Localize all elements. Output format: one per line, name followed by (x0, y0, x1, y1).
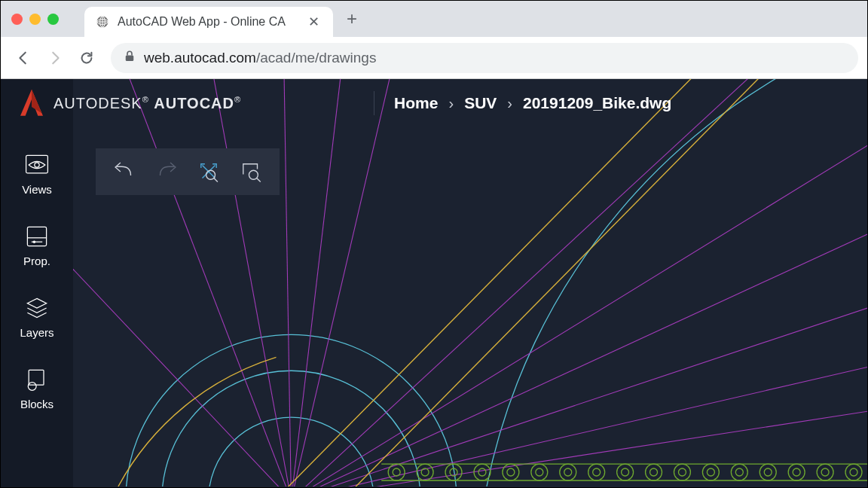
sidebar-item-views[interactable]: Views (1, 138, 73, 209)
window-close-button[interactable] (11, 14, 23, 25)
svg-point-31 (388, 464, 405, 480)
svg-rect-3 (126, 55, 134, 61)
new-tab-button[interactable]: + (333, 8, 371, 29)
svg-line-26 (291, 79, 780, 486)
brand-logo[interactable]: AUTODESK® AUTOCAD® (19, 88, 241, 118)
breadcrumb-file[interactable]: 20191209_Bike.dwg (523, 94, 671, 112)
svg-point-50 (650, 468, 658, 476)
sidebar-item-label: Prop. (23, 255, 50, 267)
window-minimize-button[interactable] (29, 14, 41, 25)
svg-point-58 (764, 468, 772, 476)
eye-icon (23, 151, 50, 178)
blocks-icon (23, 366, 50, 393)
svg-point-13 (162, 371, 420, 486)
svg-point-11 (28, 383, 36, 391)
svg-point-59 (788, 464, 805, 480)
svg-point-38 (478, 468, 486, 476)
breadcrumb: Home › SUV › 20191209_Bike.dwg (394, 94, 671, 112)
svg-point-9 (33, 240, 36, 243)
svg-point-44 (564, 468, 572, 476)
svg-point-62 (821, 468, 829, 476)
svg-point-37 (474, 464, 491, 480)
forward-button[interactable] (41, 44, 69, 72)
svg-point-47 (617, 464, 634, 480)
undo-button[interactable] (105, 152, 144, 191)
svg-line-24 (291, 230, 867, 486)
breadcrumb-folder[interactable]: SUV (464, 94, 497, 112)
view-toolbar (96, 148, 280, 195)
svg-point-53 (702, 464, 719, 480)
svg-point-5 (35, 163, 39, 167)
svg-point-67 (249, 170, 258, 179)
svg-line-27 (201, 79, 750, 486)
lock-icon (123, 50, 136, 66)
drawing-canvas[interactable] (73, 79, 867, 487)
layers-icon (23, 294, 50, 322)
svg-point-49 (646, 464, 662, 480)
zoom-extents-icon (196, 159, 222, 185)
autocad-app: AUTODESK® AUTOCAD® Home › SUV › 20191209… (1, 79, 867, 487)
window-controls (1, 14, 69, 25)
sidebar-item-layers[interactable]: Layers (1, 281, 73, 352)
undo-icon (112, 159, 137, 185)
zoom-extents-button[interactable] (189, 152, 228, 191)
svg-line-19 (291, 79, 344, 486)
reload-button[interactable] (73, 44, 100, 72)
svg-point-54 (707, 468, 714, 476)
browser-tab-strip: AutoCAD Web App - Online CA ✕ + (1, 1, 867, 37)
redo-button[interactable] (147, 152, 186, 191)
chevron-right-icon: › (448, 95, 454, 112)
svg-line-16 (118, 79, 292, 486)
svg-point-34 (421, 468, 429, 476)
header-divider (374, 91, 374, 115)
left-sidebar: Views Prop. Layers Blocks (1, 79, 73, 487)
sidebar-item-label: Blocks (20, 398, 53, 410)
svg-point-61 (817, 464, 833, 480)
svg-line-22 (291, 364, 867, 486)
sidebar-item-label: Layers (20, 326, 53, 339)
svg-point-43 (560, 464, 576, 480)
svg-point-32 (393, 468, 400, 476)
svg-point-51 (674, 464, 690, 480)
svg-point-56 (735, 468, 743, 476)
properties-icon (23, 223, 50, 250)
svg-point-45 (588, 464, 605, 480)
svg-point-64 (850, 468, 857, 476)
svg-point-41 (531, 464, 548, 480)
window-maximize-button[interactable] (47, 14, 59, 25)
svg-point-46 (593, 468, 601, 476)
zoom-window-button[interactable] (231, 152, 270, 191)
svg-point-60 (793, 468, 800, 476)
svg-point-52 (678, 468, 686, 476)
cad-drawing (73, 79, 867, 486)
redo-icon (154, 159, 179, 185)
svg-point-48 (622, 468, 629, 476)
svg-line-21 (291, 410, 867, 486)
svg-line-68 (257, 178, 261, 182)
svg-rect-6 (27, 227, 46, 246)
autocad-logo-icon (19, 88, 44, 118)
sidebar-item-blocks[interactable]: Blocks (1, 352, 73, 424)
svg-point-57 (760, 464, 776, 480)
svg-line-20 (291, 79, 396, 486)
app-header: AUTODESK® AUTOCAD® Home › SUV › 20191209… (1, 79, 867, 127)
svg-point-33 (417, 464, 433, 480)
tab-close-icon[interactable]: ✕ (305, 14, 322, 30)
browser-tab[interactable]: AutoCAD Web App - Online CA ✕ (84, 7, 333, 37)
breadcrumb-home[interactable]: Home (394, 94, 438, 112)
sidebar-item-label: Views (22, 183, 52, 196)
svg-line-18 (283, 79, 291, 486)
brand-text: AUTODESK® AUTOCAD® (53, 95, 241, 112)
globe-icon (95, 14, 110, 29)
chevron-right-icon: › (507, 95, 512, 112)
url-text: web.autocad.com/acad/me/drawings (144, 50, 376, 66)
svg-line-15 (73, 230, 291, 486)
back-button[interactable] (10, 44, 37, 72)
svg-point-63 (845, 464, 862, 480)
sidebar-item-properties[interactable]: Prop. (1, 209, 73, 281)
zoom-window-icon (238, 159, 264, 185)
svg-point-65 (206, 170, 215, 179)
svg-line-28 (246, 79, 796, 486)
url-input[interactable]: web.autocad.com/acad/me/drawings (111, 43, 858, 73)
browser-address-bar: web.autocad.com/acad/me/drawings (1, 37, 867, 79)
